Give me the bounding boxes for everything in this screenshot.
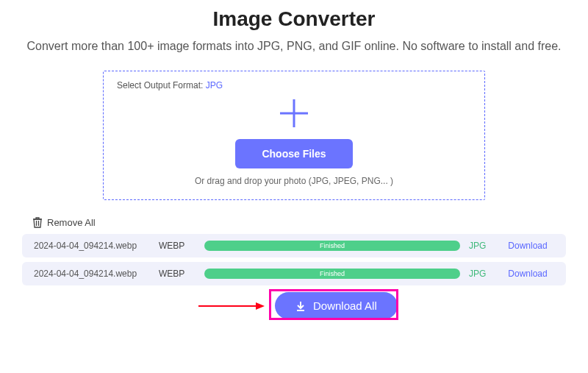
progress-bar: Finished — [204, 269, 460, 279]
dropzone[interactable]: Select Output Format: JPG Choose Files O… — [103, 71, 485, 200]
file-row: 2024-04-04_094214.webp WEBP Finished JPG… — [22, 234, 566, 257]
choose-files-button[interactable]: Choose Files — [235, 139, 352, 168]
remove-all-button[interactable]: Remove All — [32, 216, 566, 228]
progress-status: Finished — [204, 241, 460, 251]
download-link[interactable]: Download — [501, 241, 554, 251]
file-src-type: WEBP — [159, 269, 196, 279]
arrow-annotation — [198, 302, 265, 316]
output-format-row[interactable]: Select Output Format: JPG — [117, 80, 471, 90]
trash-icon — [32, 216, 43, 228]
page-title: Image Converter — [22, 7, 566, 31]
download-link[interactable]: Download — [501, 269, 554, 279]
plus-icon[interactable] — [277, 96, 311, 130]
file-src-type: WEBP — [159, 241, 196, 251]
output-format-label: Select Output Format: — [117, 80, 203, 90]
remove-all-label: Remove All — [47, 217, 96, 228]
file-row: 2024-04-04_094214.webp WEBP Finished JPG… — [22, 262, 566, 285]
output-format-value[interactable]: JPG — [206, 80, 223, 90]
svg-marker-3 — [256, 302, 265, 310]
download-all-button[interactable]: Download All — [275, 292, 398, 319]
drop-hint: Or drag and drop your photo (JPG, JPEG, … — [117, 176, 471, 186]
download-icon — [295, 301, 306, 311]
progress-bar: Finished — [204, 241, 460, 251]
progress-status: Finished — [204, 269, 460, 279]
svg-rect-5 — [297, 310, 304, 311]
file-name: 2024-04-04_094214.webp — [34, 241, 159, 251]
file-out-type: JPG — [469, 241, 501, 251]
page-subtitle: Convert more than 100+ image formats int… — [22, 40, 566, 53]
download-all-label: Download All — [313, 299, 377, 312]
file-name: 2024-04-04_094214.webp — [34, 269, 159, 279]
file-out-type: JPG — [469, 269, 501, 279]
